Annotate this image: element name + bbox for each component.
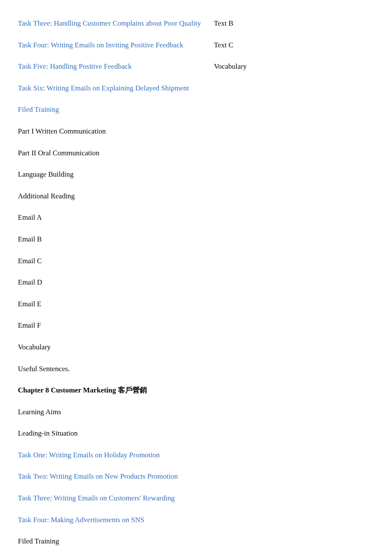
toc-entry: Email E (18, 298, 201, 311)
toc-entry: Task Three: Writing Emails on Customers'… (18, 492, 201, 505)
toc-text: Vocabulary (214, 62, 247, 70)
toc-entry: Vocabulary (214, 60, 374, 73)
chapter-heading: Chapter 8 Customer Marketing 客戶營銷 (18, 386, 147, 394)
toc-text: Email F (18, 321, 41, 329)
toc-text: Learning Aims (18, 408, 61, 416)
content-columns: Task Three: Handling Customer Complains … (18, 17, 374, 555)
toc-text: Text C (214, 41, 233, 49)
toc-text: Vocabulary (18, 343, 51, 351)
toc-text: Email C (18, 257, 42, 265)
toc-text: Text B (214, 19, 233, 27)
toc-link[interactable]: Filed Training (18, 105, 59, 113)
toc-entry: Learning Aims (18, 406, 201, 419)
toc-entry: Additional Reading (18, 190, 201, 203)
toc-entry: Task Six: Writing Emails on Explaining D… (18, 82, 201, 95)
toc-link[interactable]: Task Five: Handling Positive Feedback (18, 62, 132, 70)
left-column: Task Three: Handling Customer Complains … (18, 17, 201, 555)
toc-entry: Filed Training (18, 535, 201, 548)
toc-text: Leading-in Situation (18, 429, 78, 437)
toc-entry: Email C (18, 255, 201, 268)
toc-entry: Email B (18, 233, 201, 246)
toc-entry: Text C (214, 39, 374, 52)
toc-entry: Vocabulary (18, 341, 201, 354)
toc-link[interactable]: Task Four: Writing Emails on Inviting Po… (18, 41, 183, 49)
toc-entry: Task Four: Writing Emails on Inviting Po… (18, 39, 201, 52)
toc-entry: Email A (18, 211, 201, 224)
toc-entry: Useful Sentences. (18, 363, 201, 376)
toc-entry: Filed Training (18, 103, 201, 116)
toc-entry: Task One: Writing Emails on Holiday Prom… (18, 449, 201, 462)
toc-text: Filed Training (18, 537, 59, 545)
toc-link[interactable]: Task Three: Writing Emails on Customers'… (18, 494, 175, 502)
toc-link[interactable]: Task One: Writing Emails on Holiday Prom… (18, 451, 160, 459)
toc-text: Language Building (18, 170, 74, 178)
right-column: Text BText CVocabulary (214, 17, 374, 555)
toc-text: Email E (18, 300, 41, 308)
toc-entry: Email D (18, 276, 201, 289)
toc-text: Part I Written Communication (18, 127, 106, 135)
toc-text: Additional Reading (18, 192, 75, 200)
toc-entry: Text B (214, 17, 374, 30)
toc-link[interactable]: Task Two: Writing Emails on New Products… (18, 472, 178, 480)
toc-link[interactable]: Task Six: Writing Emails on Explaining D… (18, 84, 189, 92)
toc-text: Useful Sentences. (18, 365, 70, 373)
toc-link[interactable]: Task Three: Handling Customer Complains … (18, 19, 201, 27)
toc-text: Email A (18, 213, 42, 221)
toc-text: Email B (18, 235, 42, 243)
toc-text: Email D (18, 278, 42, 286)
toc-entry: Task Five: Handling Positive Feedback (18, 60, 201, 73)
toc-text: Part II Oral Communication (18, 149, 99, 157)
toc-entry: Email F (18, 319, 201, 332)
toc-entry: Part II Oral Communication (18, 147, 201, 160)
toc-entry: Part I Written Communication (18, 125, 201, 138)
toc-entry: Leading-in Situation (18, 427, 201, 440)
toc-entry: Task Three: Handling Customer Complains … (18, 17, 201, 30)
toc-link[interactable]: Task Four: Making Advertisements on SNS (18, 516, 144, 524)
toc-entry: Language Building (18, 168, 201, 181)
toc-entry: Chapter 8 Customer Marketing 客戶營銷 (18, 384, 201, 397)
toc-entry: Task Four: Making Advertisements on SNS (18, 514, 201, 527)
toc-entry: Task Two: Writing Emails on New Products… (18, 470, 201, 483)
